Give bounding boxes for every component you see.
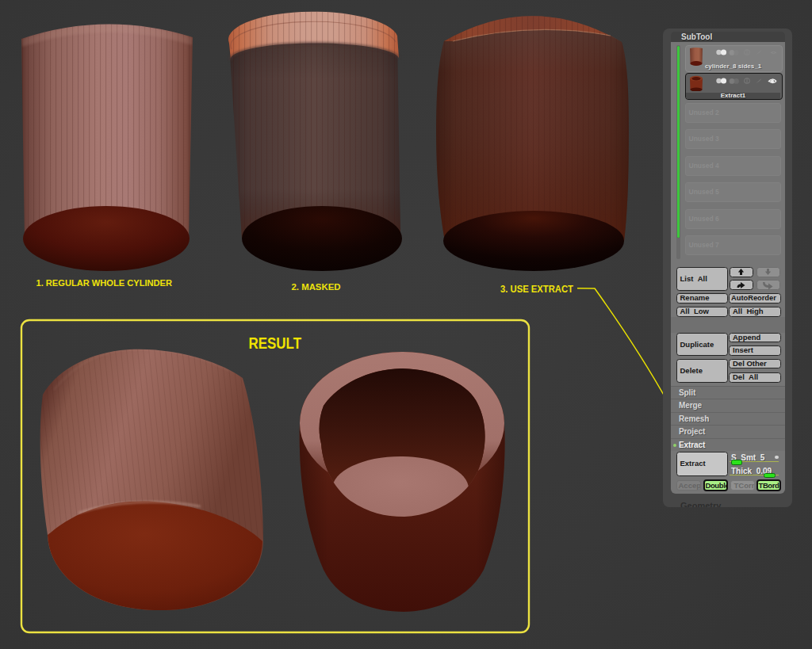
svg-text:2. MASKED: 2. MASKED — [292, 282, 341, 292]
svg-text:RESULT: RESULT — [249, 334, 302, 352]
svg-text:3. USE EXTRACT: 3. USE EXTRACT — [500, 284, 573, 295]
svg-text:1. REGULAR WHOLE CYLINDER: 1. REGULAR WHOLE CYLINDER — [36, 278, 173, 288]
